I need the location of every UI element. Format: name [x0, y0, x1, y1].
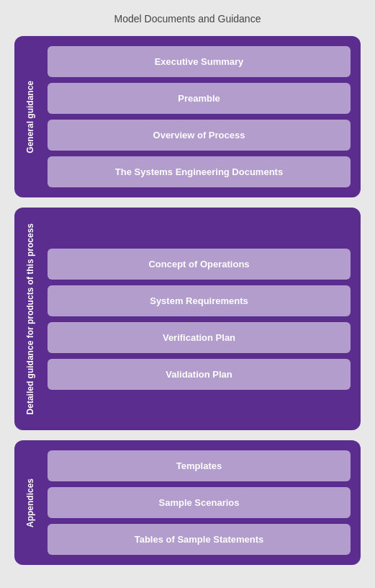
item-button-appendices-1[interactable]: Sample Scenarios [48, 487, 351, 518]
item-button-detailed-2[interactable]: Verification Plan [48, 322, 351, 353]
item-button-general-1[interactable]: Preamble [48, 83, 351, 114]
item-button-appendices-0[interactable]: Templates [48, 450, 351, 481]
section-detailed: Detailed guidance for products of this p… [14, 208, 361, 430]
item-button-detailed-3[interactable]: Validation Plan [48, 359, 351, 390]
section-label-general: General guidance [25, 81, 37, 153]
item-button-appendices-2[interactable]: Tables of Sample Statements [48, 524, 351, 555]
section-general: General guidanceExecutive SummaryPreambl… [14, 36, 361, 197]
section-items-appendices: TemplatesSample ScenariosTables of Sampl… [48, 450, 351, 555]
section-appendices: AppendicesTemplatesSample ScenariosTable… [14, 440, 361, 565]
item-button-general-3[interactable]: The Systems Engineering Documents [48, 156, 351, 187]
item-button-general-2[interactable]: Overview of Process [48, 120, 351, 151]
section-items-detailed: Concept of OperationsSystem Requirements… [48, 249, 351, 390]
section-items-general: Executive SummaryPreambleOverview of Pro… [48, 46, 351, 187]
section-label-appendices: Appendices [25, 478, 37, 527]
section-label-wrapper-general: General guidance [14, 75, 48, 159]
section-label-wrapper-appendices: Appendices [14, 473, 48, 533]
page-title: Model Documents and Guidance [114, 13, 261, 24]
item-button-detailed-1[interactable]: System Requirements [48, 285, 351, 316]
section-label-detailed: Detailed guidance for products of this p… [25, 223, 37, 414]
item-button-general-0[interactable]: Executive Summary [48, 46, 351, 77]
item-button-detailed-0[interactable]: Concept of Operations [48, 249, 351, 280]
section-label-wrapper-detailed: Detailed guidance for products of this p… [14, 218, 48, 420]
